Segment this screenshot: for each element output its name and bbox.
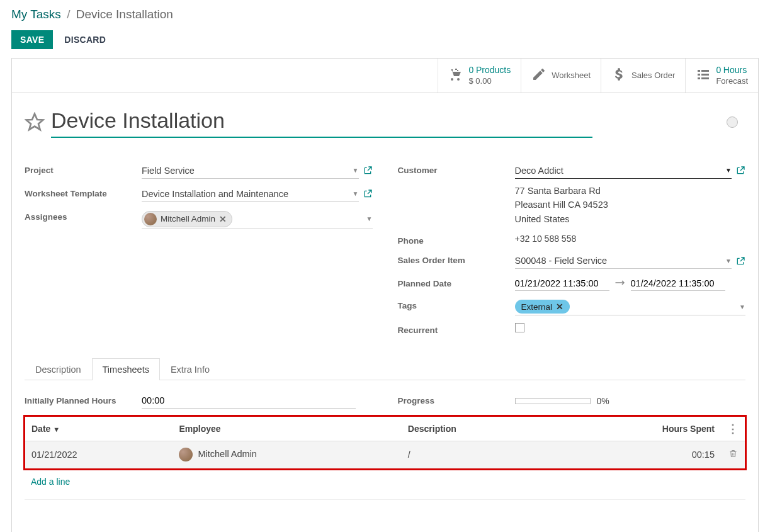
statbar: 0 Products $ 0.00 Worksheet Sales Order …: [12, 59, 758, 93]
dollar-icon: [611, 67, 626, 84]
col-employee-header[interactable]: Employee: [173, 417, 401, 441]
svg-marker-0: [26, 114, 43, 130]
progress-value: 0%: [597, 396, 609, 406]
stat-products-amount: $ 0.00: [468, 76, 511, 86]
tabs: Description Timesheets Extra Info: [25, 358, 745, 380]
chevron-down-icon: ▼: [725, 258, 732, 264]
chevron-down-icon: ▼: [366, 215, 373, 222]
customer-select[interactable]: Deco Addict▼: [515, 163, 732, 179]
sales-order-item-label: Sales Order Item: [398, 253, 515, 265]
stat-hours-button[interactable]: 0 Hours Forecast: [685, 59, 758, 93]
tags-label: Tags: [398, 298, 515, 310]
tag-chip: External ✕: [515, 300, 570, 314]
arrow-right-icon: [614, 278, 626, 289]
cell-employee: Mitchell Admin: [173, 441, 401, 468]
project-external-link-icon[interactable]: [363, 166, 373, 176]
assignees-label: Assignees: [25, 210, 142, 222]
planned-date-to-input[interactable]: [631, 276, 725, 291]
sort-desc-icon: ▼: [53, 426, 60, 433]
project-label: Project: [25, 163, 142, 175]
breadcrumb-current: Device Installation: [76, 8, 173, 21]
stat-products-count: 0: [468, 65, 473, 75]
trash-icon[interactable]: [728, 450, 738, 460]
progress-bar: [515, 398, 591, 404]
save-button[interactable]: SAVE: [11, 30, 53, 49]
cell-hours: 00:15: [557, 441, 721, 468]
assignee-chip-label: Mitchell Admin: [161, 214, 215, 224]
phone-label: Phone: [398, 234, 515, 246]
chevron-down-icon: ▼: [739, 303, 745, 310]
tab-timesheets[interactable]: Timesheets: [92, 358, 160, 380]
tab-content-timesheets: Initially Planned Hours Progress 0% Date…: [12, 380, 758, 532]
avatar: [144, 213, 157, 225]
status-circle[interactable]: [727, 116, 738, 128]
worksheet-template-select[interactable]: Device Installation and Maintenance▼: [142, 186, 359, 202]
cell-description: /: [402, 441, 557, 468]
breadcrumb: My Tasks / Device Installation: [0, 0, 770, 26]
tags-select[interactable]: External ✕ ▼: [515, 298, 746, 315]
project-select[interactable]: Field Service▼: [142, 163, 359, 179]
timesheet-table: Date▼ Employee Description Hours Spent ⋮…: [25, 417, 745, 468]
star-icon[interactable]: [25, 112, 45, 132]
chevron-down-icon: ▼: [353, 190, 359, 197]
cart-icon: [448, 67, 463, 84]
sales-order-item-select[interactable]: S00048 - Field Service▼: [515, 253, 732, 269]
right-column: Customer Deco Addict▼ 77 Santa Barbara R…: [398, 159, 746, 339]
toolbar: SAVE DISCARD: [0, 26, 770, 58]
pencil-icon: [531, 67, 546, 84]
col-date-header[interactable]: Date▼: [25, 417, 173, 441]
phone-value: +32 10 588 558: [515, 234, 577, 244]
recurrent-label: Recurrent: [398, 323, 515, 335]
tag-chip-label: External: [521, 302, 553, 312]
customer-label: Customer: [398, 163, 515, 175]
assignees-select[interactable]: Mitchell Admin ✕ ▼: [142, 210, 373, 229]
cell-date: 01/21/2022: [25, 441, 173, 468]
progress-label: Progress: [398, 396, 515, 405]
chevron-down-icon: ▼: [353, 167, 359, 174]
add-line-button[interactable]: Add a line: [25, 470, 745, 493]
stat-salesorder-button[interactable]: Sales Order: [601, 59, 685, 93]
remove-assignee-icon[interactable]: ✕: [219, 214, 227, 224]
recurrent-checkbox[interactable]: [515, 323, 524, 332]
stat-salesorder-label: Sales Order: [631, 71, 675, 81]
tasks-icon: [696, 67, 711, 84]
tab-description[interactable]: Description: [25, 358, 92, 380]
worksheet-external-link-icon[interactable]: [363, 189, 373, 199]
col-hours-header[interactable]: Hours Spent: [557, 417, 721, 441]
kebab-icon[interactable]: ⋮: [727, 422, 739, 435]
initially-planned-hours-label: Initially Planned Hours: [25, 396, 142, 405]
planned-date-from-input[interactable]: [515, 276, 609, 291]
stat-products-button[interactable]: 0 Products $ 0.00: [438, 59, 521, 93]
avatar: [179, 448, 193, 461]
tab-extra-info[interactable]: Extra Info: [160, 358, 220, 380]
discard-button[interactable]: DISCARD: [64, 35, 106, 45]
task-title-input[interactable]: [51, 107, 592, 138]
worksheet-template-label: Worksheet Template: [25, 186, 142, 198]
remove-tag-icon[interactable]: ✕: [556, 302, 563, 312]
soi-external-link-icon[interactable]: [735, 256, 745, 266]
customer-external-link-icon[interactable]: [735, 166, 745, 176]
header-row: [12, 93, 758, 142]
assignee-chip: Mitchell Admin ✕: [142, 211, 232, 227]
stat-worksheet-label: Worksheet: [552, 71, 591, 81]
table-row[interactable]: 01/21/2022 Mitchell Admin / 00:15: [25, 441, 745, 468]
timesheet-highlight: Date▼ Employee Description Hours Spent ⋮…: [23, 415, 747, 470]
stat-hours-sub: Forecast: [716, 76, 748, 86]
stat-hours-count: 0: [716, 65, 721, 75]
col-description-header[interactable]: Description: [402, 417, 557, 441]
chevron-down-icon: ▼: [725, 167, 732, 174]
breadcrumb-root[interactable]: My Tasks: [11, 8, 61, 21]
planned-date-label: Planned Date: [398, 276, 515, 288]
stat-worksheet-button[interactable]: Worksheet: [521, 59, 601, 93]
left-column: Project Field Service▼ Worksheet Templat…: [25, 159, 373, 339]
customer-address: 77 Santa Barbara Rd Pleasant Hill CA 945…: [515, 181, 746, 226]
form-sheet: 0 Products $ 0.00 Worksheet Sales Order …: [11, 58, 759, 532]
initially-planned-hours-input[interactable]: [142, 393, 356, 409]
